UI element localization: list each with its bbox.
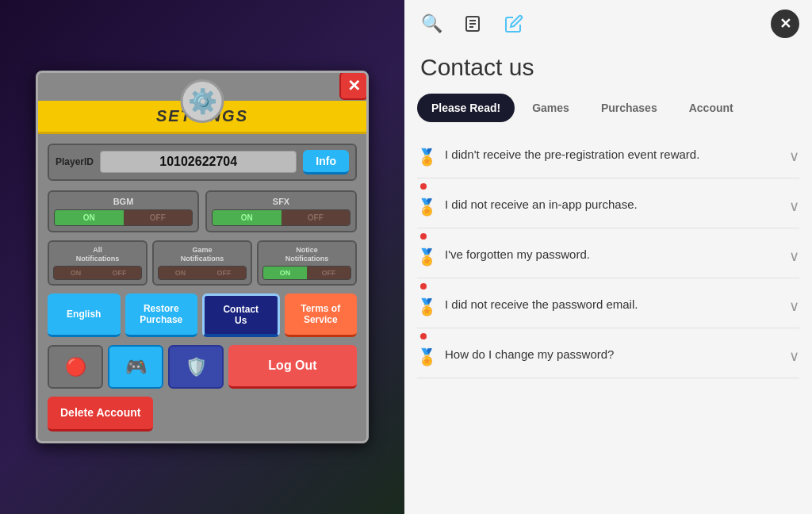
- tabs-row: Please Read! Games Purchases Account: [404, 94, 812, 122]
- notice-notif-off[interactable]: OFF: [307, 267, 350, 279]
- game-notif-toggle[interactable]: ON OFF: [158, 266, 247, 280]
- action-row-2: 🔴 🎮 🛡️ Log Out: [48, 345, 357, 389]
- close-x-button[interactable]: ✕: [771, 10, 799, 38]
- terms-of-service-button[interactable]: Terms ofService: [285, 293, 358, 337]
- google-button[interactable]: 🔴: [48, 345, 103, 389]
- tab-please-read[interactable]: Please Read!: [417, 94, 515, 122]
- notice-notif-toggle[interactable]: ON OFF: [262, 266, 351, 280]
- all-notif-off[interactable]: OFF: [98, 267, 141, 279]
- playerid-value: 10102622704: [100, 151, 297, 173]
- sfx-on[interactable]: ON: [213, 210, 282, 225]
- logout-button[interactable]: Log Out: [228, 345, 357, 389]
- shield-button[interactable]: 🛡️: [168, 345, 224, 389]
- contact-us-button[interactable]: ContactUs: [202, 293, 280, 337]
- faq-list: 🏅 I didn't receive the pre-registration …: [404, 135, 812, 514]
- info-button[interactable]: Info: [303, 150, 349, 175]
- tab-purchases[interactable]: Purchases: [587, 94, 672, 122]
- red-dot-5: [420, 333, 427, 339]
- english-button[interactable]: English: [48, 293, 121, 337]
- faq-item-1[interactable]: 🏅 I didn't receive the pre-registration …: [417, 135, 799, 178]
- faq-chevron-5: ∨: [789, 347, 799, 365]
- notifications-row: AllNotifications ON OFF GameNotification…: [48, 240, 357, 286]
- game-notif-on[interactable]: ON: [159, 267, 202, 279]
- delete-account-button[interactable]: Delete Account: [48, 397, 153, 432]
- bgm-toggle[interactable]: ON OFF: [54, 209, 193, 226]
- faq-text-2: I did not receive an in-app purchase.: [445, 196, 781, 213]
- game-notif-off[interactable]: OFF: [202, 267, 246, 279]
- all-notif-on[interactable]: ON: [54, 267, 98, 279]
- tab-account[interactable]: Account: [675, 94, 748, 122]
- game-notif-box: GameNotifications ON OFF: [152, 240, 252, 286]
- faq-chevron-4: ∨: [789, 297, 799, 315]
- sfx-box: SFX ON OFF: [205, 190, 357, 232]
- notice-notif-label: NoticeNotifications: [262, 246, 351, 263]
- action-row-1: English RestorePurchase ContactUs Terms …: [48, 293, 357, 337]
- edit-icon[interactable]: [500, 10, 528, 38]
- red-dot-3: [420, 233, 427, 240]
- google-icon: 🔴: [65, 357, 86, 378]
- all-notif-toggle[interactable]: ON OFF: [53, 266, 142, 280]
- faq-text-1: I didn't receive the pre-registration ev…: [445, 146, 781, 163]
- red-dot-4: [420, 283, 427, 290]
- notice-notif-on[interactable]: ON: [263, 267, 307, 279]
- notes-icon[interactable]: [458, 10, 487, 38]
- sfx-label: SFX: [212, 197, 350, 206]
- search-icon[interactable]: 🔍: [417, 10, 446, 38]
- contact-us-title: Contact us: [404, 48, 812, 94]
- bgm-off[interactable]: OFF: [124, 210, 193, 225]
- modal-close-button[interactable]: ✕: [339, 71, 368, 100]
- bgm-label: BGM: [54, 197, 193, 206]
- faq-text-5: How do I change my password?: [445, 346, 781, 362]
- faq-icon-3: 🏅: [417, 247, 437, 267]
- faq-item-5[interactable]: 🏅 How do I change my password? ∨: [417, 335, 799, 378]
- faq-chevron-1: ∨: [789, 148, 799, 165]
- settings-modal: ✕ ⚙️ SETTINGS PlayerID 10102622704 Info …: [36, 71, 369, 443]
- sfx-off[interactable]: OFF: [282, 210, 350, 225]
- right-toolbar: 🔍 ✕: [404, 0, 812, 48]
- faq-icon-1: 🏅: [417, 148, 437, 167]
- gamepad-icon: 🎮: [125, 357, 147, 378]
- all-notif-label: AllNotifications: [53, 246, 142, 263]
- faq-chevron-2: ∨: [789, 198, 799, 215]
- playerid-row: PlayerID 10102622704 Info: [48, 144, 357, 181]
- bgm-on[interactable]: ON: [55, 210, 124, 225]
- sfx-toggle[interactable]: ON OFF: [212, 209, 350, 226]
- audio-row: BGM ON OFF SFX ON OFF: [48, 190, 357, 232]
- faq-icon-4: 🏅: [417, 297, 437, 316]
- shield-icon: 🛡️: [186, 357, 207, 378]
- faq-icon-2: 🏅: [417, 198, 437, 217]
- notice-notif-box: NoticeNotifications ON OFF: [257, 240, 357, 286]
- modal-body: PlayerID 10102622704 Info BGM ON OFF SFX…: [38, 134, 366, 441]
- playerid-label: PlayerID: [56, 156, 94, 167]
- left-panel: ✕ ⚙️ SETTINGS PlayerID 10102622704 Info …: [0, 0, 404, 514]
- red-dot-2: [420, 183, 427, 190]
- bgm-box: BGM ON OFF: [48, 190, 199, 232]
- game-notif-label: GameNotifications: [158, 246, 247, 263]
- faq-text-4: I did not receive the password email.: [445, 296, 781, 313]
- right-panel: 🔍 ✕ Contact us Please Read! Games Purcha…: [404, 0, 812, 514]
- restore-purchase-button[interactable]: RestorePurchase: [125, 293, 198, 337]
- faq-item-4[interactable]: 🏅 I did not receive the password email. …: [417, 285, 799, 328]
- faq-chevron-3: ∨: [789, 247, 799, 265]
- settings-gear-icon: ⚙️: [181, 79, 224, 123]
- gamepad-button[interactable]: 🎮: [108, 345, 163, 389]
- faq-item-2[interactable]: 🏅 I did not receive an in-app purchase. …: [417, 185, 799, 228]
- tab-games[interactable]: Games: [518, 94, 584, 122]
- all-notif-box: AllNotifications ON OFF: [48, 240, 147, 286]
- faq-text-3: I've forgotten my password.: [445, 246, 781, 263]
- faq-icon-5: 🏅: [417, 347, 437, 366]
- faq-item-3[interactable]: 🏅 I've forgotten my password. ∨: [417, 235, 799, 278]
